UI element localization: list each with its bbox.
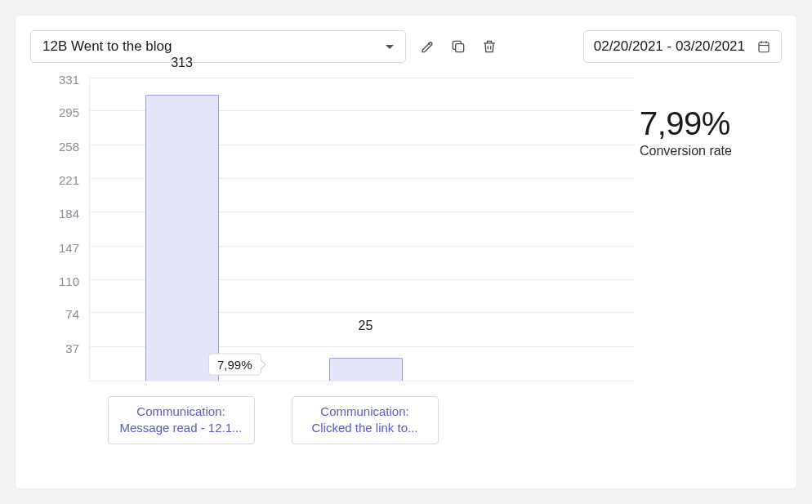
- y-tick: 258: [59, 139, 79, 153]
- funnel-select-value: 12B Went to the blog: [42, 38, 172, 55]
- bar[interactable]: [145, 95, 219, 381]
- funnel-step-label[interactable]: Communication: Message read - 12.1...: [108, 396, 255, 444]
- funnel-card: 12B Went to the blog 02/20/2021 - 03/20/…: [15, 15, 797, 489]
- x-axis: Communication: Message read - 12.1...Com…: [30, 396, 635, 444]
- kpi-label: Conversion rate: [640, 144, 782, 158]
- kpi-value: 7,99%: [640, 105, 782, 142]
- edit-button[interactable]: [417, 37, 437, 56]
- plot-area: 313257,99%: [89, 79, 635, 381]
- y-axis: 3774110147184221258295331: [30, 79, 89, 381]
- y-tick: 295: [59, 105, 79, 119]
- trash-icon: [481, 38, 497, 55]
- calendar-icon: [756, 39, 771, 54]
- bar-value-label: 313: [145, 56, 219, 75]
- y-tick: 74: [65, 307, 79, 321]
- copy-button[interactable]: [448, 37, 468, 56]
- funnel-chart: 3774110147184221258295331 313257,99% Com…: [30, 79, 635, 474]
- chevron-down-icon: [386, 45, 394, 49]
- pencil-icon: [419, 38, 435, 55]
- kpi-panel: 7,99% Conversion rate: [635, 79, 782, 474]
- bar[interactable]: [329, 358, 403, 381]
- date-range-value: 02/20/2021 - 03/20/2021: [594, 38, 745, 55]
- y-tick: 331: [59, 73, 79, 87]
- copy-icon: [450, 38, 466, 55]
- y-tick: 221: [59, 172, 79, 186]
- step-conversion-tag: 7,99%: [208, 354, 261, 376]
- y-tick: 184: [59, 207, 79, 221]
- date-range-picker[interactable]: 02/20/2021 - 03/20/2021: [583, 30, 782, 63]
- y-tick: 147: [59, 240, 79, 254]
- svg-rect-1: [759, 42, 769, 52]
- toolbar: 12B Went to the blog 02/20/2021 - 03/20/…: [30, 30, 782, 63]
- y-tick: 110: [59, 274, 79, 288]
- delete-button[interactable]: [480, 37, 499, 56]
- funnel-step-label[interactable]: Communication: Clicked the link to...: [292, 396, 439, 444]
- y-tick: 37: [65, 341, 79, 355]
- bar-value-label: 25: [329, 319, 403, 338]
- svg-rect-0: [456, 44, 464, 52]
- content: 3774110147184221258295331 313257,99% Com…: [30, 79, 782, 474]
